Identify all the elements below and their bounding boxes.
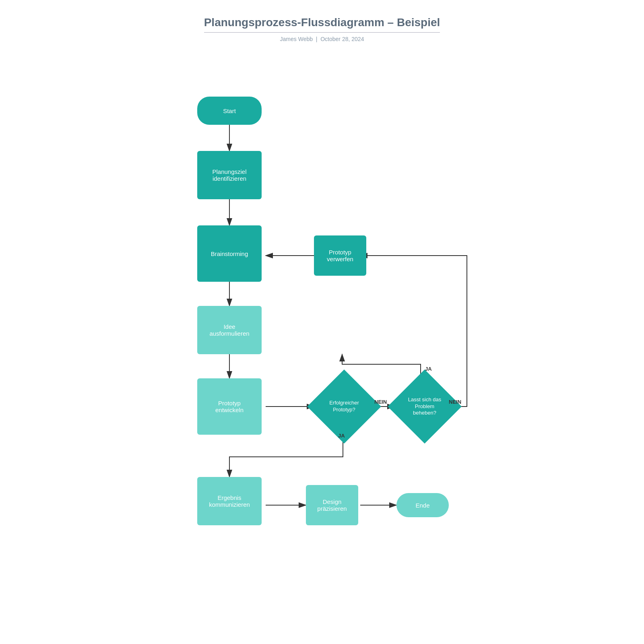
planungsziel-node: Planungszielidentifizieren bbox=[197, 151, 262, 199]
prototyp-verwerfen-label: Prototypverwerfen bbox=[327, 249, 353, 262]
brainstorming-label: Brainstorming bbox=[211, 250, 248, 257]
prototyp-entwickeln-node: Prototypentwickeln bbox=[197, 378, 262, 435]
planungsziel-label: Planungszielidentifizieren bbox=[212, 168, 246, 182]
design-label: Designpräzisieren bbox=[317, 498, 347, 512]
header: Planungsprozess-Flussdiagramm – Beispiel… bbox=[204, 16, 440, 42]
nein1-label: NEIN bbox=[374, 399, 387, 405]
separator: | bbox=[316, 36, 318, 42]
start-node: Start bbox=[197, 97, 262, 125]
lasst-sich-diamond-container: Lasst sich dasProblembeheben? bbox=[394, 380, 455, 433]
design-node: Designpräzisieren bbox=[306, 485, 358, 525]
ja1-label: JA bbox=[425, 366, 432, 372]
erfolgreicher-diamond-container: ErfolgreicherPrototyp? bbox=[314, 380, 374, 433]
ergebnis-label: Ergebniskommunizieren bbox=[209, 494, 250, 508]
author: James Webb bbox=[280, 36, 313, 42]
prototyp-entwickeln-label: Prototypentwickeln bbox=[215, 400, 244, 413]
page-container: Planungsprozess-Flussdiagramm – Beispiel… bbox=[0, 0, 644, 644]
start-label: Start bbox=[223, 107, 236, 114]
ergebnis-node: Ergebniskommunizieren bbox=[197, 477, 262, 525]
ende-node: Ende bbox=[396, 493, 449, 517]
erfolgreicher-label: ErfolgreicherPrototyp? bbox=[322, 400, 366, 413]
lasst-sich-label: Lasst sich dasProblembeheben? bbox=[402, 396, 447, 417]
page-title: Planungsprozess-Flussdiagramm – Beispiel bbox=[204, 16, 440, 33]
arrows-svg bbox=[141, 50, 503, 622]
prototyp-verwerfen-node: Prototypverwerfen bbox=[314, 235, 366, 276]
diagram-area: Start Planungszielidentifizieren Brainst… bbox=[141, 50, 503, 622]
date: October 28, 2024 bbox=[320, 36, 364, 42]
ende-label: Ende bbox=[415, 502, 429, 509]
idee-node: Ideeausformulieren bbox=[197, 306, 262, 354]
nein2-label: NEIN bbox=[449, 399, 461, 405]
subtitle: James Webb | October 28, 2024 bbox=[204, 36, 440, 42]
ja2-label: JA bbox=[338, 433, 345, 439]
brainstorming-node: Brainstorming bbox=[197, 225, 262, 282]
idee-label: Ideeausformulieren bbox=[209, 323, 249, 337]
